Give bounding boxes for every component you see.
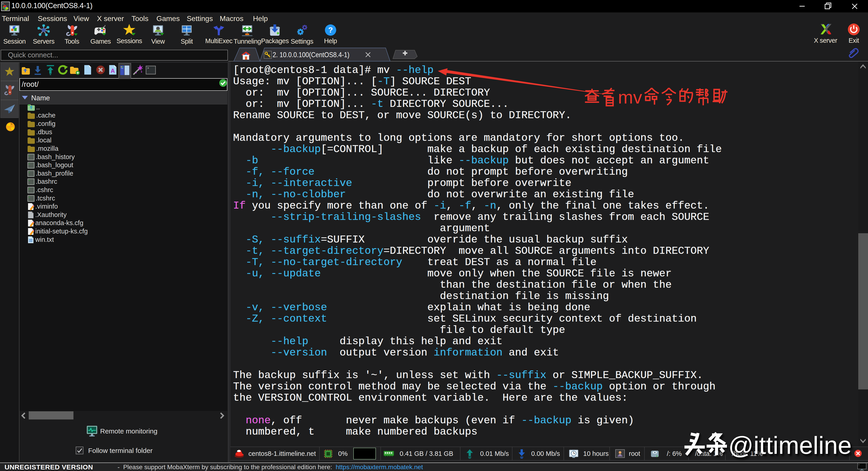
svg-text:>: > [858, 464, 860, 466]
svg-text:>: > [29, 163, 30, 165]
svg-text:>: > [29, 155, 30, 157]
svg-text:>: > [29, 171, 30, 174]
svg-text:mv: mv [618, 87, 642, 107]
svg-text:A: A [111, 67, 115, 74]
svg-text:>: > [29, 180, 30, 182]
svg-text:>: > [147, 66, 149, 70]
svg-text:>.: >. [2, 2, 5, 5]
svg-text:>: > [29, 196, 30, 199]
svg-text:>: > [29, 188, 30, 190]
svg-text:?: ? [328, 26, 333, 34]
svg-text:2. 10.0.0.100(CentOS8.4-1): 2. 10.0.0.100(CentOS8.4-1) [273, 51, 349, 59]
